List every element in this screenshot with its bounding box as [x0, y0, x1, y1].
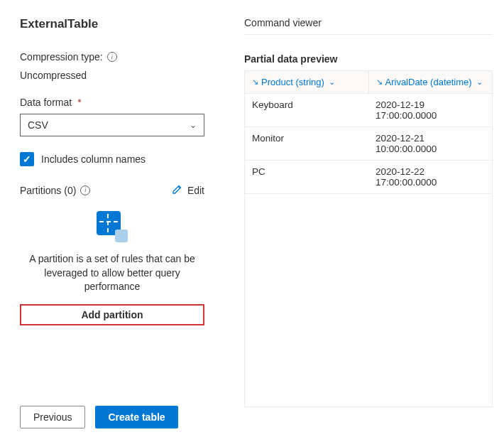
- includes-column-names-checkbox[interactable]: ✓ Includes column names: [20, 152, 207, 166]
- chevron-down-icon: ⌄: [190, 120, 197, 130]
- partitions-label: Partitions (0) i: [20, 185, 90, 196]
- partitions-label-text: Partitions (0): [20, 185, 76, 196]
- add-partition-button[interactable]: Add partition: [20, 304, 204, 325]
- column-name: ArivalDate (datetime): [385, 77, 472, 87]
- data-format-label-text: Data format: [20, 97, 72, 108]
- table-row: Monitor 2020-12-21 10:00:00.0000: [245, 127, 492, 161]
- right-panel: Command viewer Partial data preview ↘ Pr…: [227, 0, 504, 437]
- required-asterisk: *: [77, 97, 81, 108]
- includes-column-names-label: Includes column names: [41, 153, 146, 165]
- table-row: Keyboard 2020-12-19 17:00:00.0000: [245, 94, 492, 127]
- cell-product: Keyboard: [245, 94, 368, 126]
- left-panel: ExternalTable Compression type: i Uncomp…: [0, 0, 227, 437]
- partition-illustration: A partition is a set of rules that can b…: [20, 211, 204, 325]
- pencil-icon: [172, 183, 183, 197]
- chevron-down-icon: ⌄: [476, 77, 483, 87]
- edit-label: Edit: [187, 185, 204, 196]
- info-icon[interactable]: i: [107, 52, 117, 62]
- compression-value: Uncompressed: [20, 70, 207, 81]
- column-header-product[interactable]: ↘ Product (string) ⌄: [245, 71, 369, 93]
- compression-label-text: Compression type:: [20, 51, 103, 63]
- footer: Previous Create table: [20, 397, 207, 428]
- info-icon[interactable]: i: [80, 185, 90, 195]
- cell-product: Monitor: [245, 127, 368, 160]
- partitions-row: Partitions (0) i Edit: [20, 183, 204, 197]
- edit-partitions-link[interactable]: Edit: [172, 183, 204, 197]
- previous-button[interactable]: Previous: [20, 406, 85, 428]
- data-format-label: Data format*: [20, 97, 207, 108]
- page-title: ExternalTable: [20, 17, 207, 31]
- cell-date: 2020-12-22 17:00:00.0000: [368, 161, 492, 193]
- chevron-down-icon: ⌄: [329, 77, 335, 87]
- column-type-icon: ↘: [376, 77, 383, 87]
- preview-title: Partial data preview: [244, 53, 493, 65]
- cell-product: PC: [245, 161, 368, 193]
- cell-date: 2020-12-19 17:00:00.0000: [368, 94, 492, 126]
- partition-icon: [97, 211, 128, 242]
- checkbox-icon: ✓: [20, 152, 34, 166]
- column-type-icon: ↘: [252, 77, 258, 87]
- column-header-arivaldate[interactable]: ↘ ArivalDate (datetime) ⌄: [369, 71, 493, 93]
- partition-description: A partition is a set of rules that can b…: [20, 252, 204, 294]
- table-empty-area: [244, 194, 493, 407]
- cell-date: 2020-12-21 10:00:00.0000: [368, 127, 492, 160]
- create-table-button[interactable]: Create table: [95, 406, 177, 428]
- column-name: Product (string): [261, 77, 324, 87]
- table-header: ↘ Product (string) ⌄ ↘ ArivalDate (datet…: [245, 70, 492, 94]
- table-row: PC 2020-12-22 17:00:00.0000: [245, 161, 492, 193]
- data-format-select[interactable]: CSV ⌄: [20, 114, 204, 136]
- command-viewer-title: Command viewer: [244, 17, 493, 28]
- preview-table: ↘ Product (string) ⌄ ↘ ArivalDate (datet…: [244, 70, 493, 194]
- command-viewer-divider: [244, 34, 493, 35]
- compression-label: Compression type: i: [20, 51, 207, 63]
- check-mark-icon: ✓: [23, 153, 31, 165]
- data-format-value: CSV: [28, 119, 48, 131]
